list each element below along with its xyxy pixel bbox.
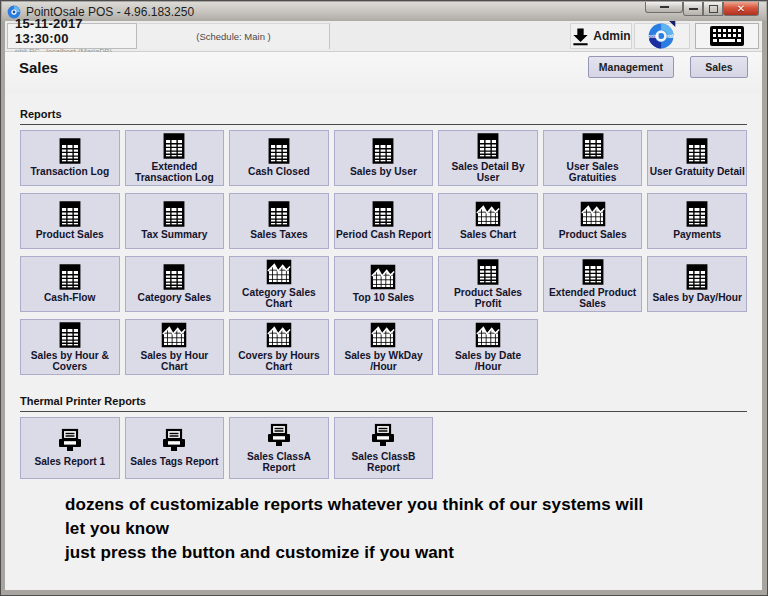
report-button[interactable]: Period Cash Report xyxy=(334,193,434,249)
report-button-label: Category Sales xyxy=(138,292,212,303)
page-header: Sales Management Sales xyxy=(5,52,762,94)
report-button[interactable]: Sales by Hour & Covers xyxy=(20,319,120,375)
report-button-label: Sales Taxes xyxy=(250,229,308,240)
report-button[interactable]: Cash-Flow xyxy=(20,256,120,312)
report-button-label: Sales by Day/Hour xyxy=(652,292,741,303)
report-button-label: Extended Product Sales xyxy=(545,287,641,310)
report-button-label: Sales Detail By User xyxy=(440,161,536,184)
report-button-label: Cash-Flow xyxy=(44,292,96,303)
table-icon xyxy=(162,264,186,290)
chart-icon xyxy=(475,322,501,348)
report-button[interactable]: User Sales Gratuities xyxy=(543,130,643,186)
thermal-report-button[interactable]: Sales Tags Report xyxy=(125,417,225,479)
report-button-label: Extended Transaction Log xyxy=(127,161,223,184)
report-button[interactable]: Cash Closed xyxy=(229,130,329,186)
table-icon xyxy=(58,322,82,348)
report-button[interactable]: Sales by Date /Hour xyxy=(438,319,538,375)
table-icon xyxy=(685,138,709,164)
report-button-label: User Gratuity Detail xyxy=(650,166,745,177)
report-button-label: Category Sales Chart xyxy=(231,287,327,310)
report-button[interactable]: Tax Summary xyxy=(125,193,225,249)
minimize-button[interactable] xyxy=(683,2,703,16)
report-button[interactable]: Category Sales Chart xyxy=(229,256,329,312)
thermal-report-button[interactable]: Sales ClassA Report xyxy=(229,417,329,479)
keyboard-icon xyxy=(709,25,745,47)
table-icon xyxy=(371,201,395,227)
report-button[interactable]: Sales by WkDay /Hour xyxy=(334,319,434,375)
svg-text:sale: sale xyxy=(667,34,676,39)
report-button[interactable]: Extended Product Sales xyxy=(543,256,643,312)
thermal-report-button[interactable]: Sales Report 1 xyxy=(20,417,120,479)
report-button[interactable]: Sales Detail By User xyxy=(438,130,538,186)
table-icon xyxy=(162,133,186,159)
report-button-label: Sales by User xyxy=(350,166,417,177)
logout-down-arrow-icon xyxy=(571,27,590,46)
report-button-label: Product Sales Profit xyxy=(440,287,536,310)
report-button[interactable]: Top 10 Sales xyxy=(334,256,434,312)
marketing-text: dozens of customizable reports whatever … xyxy=(65,493,762,565)
table-icon xyxy=(685,201,709,227)
dash-icon xyxy=(660,6,669,8)
chart-icon xyxy=(580,201,606,227)
table-icon xyxy=(581,259,605,285)
report-button[interactable]: Sales by User xyxy=(334,130,434,186)
report-button[interactable]: Sales by Hour Chart xyxy=(125,319,225,375)
admin-button[interactable]: Admin xyxy=(570,23,632,49)
report-button-label: Sales by Hour & Covers xyxy=(22,350,118,373)
table-icon xyxy=(476,133,500,159)
management-button[interactable]: Management xyxy=(588,56,674,78)
report-button[interactable]: Product Sales xyxy=(20,193,120,249)
thermal-reports-grid: Sales Report 1 Sales Tags Report Sales C… xyxy=(20,417,747,479)
report-button[interactable]: Category Sales xyxy=(125,256,225,312)
report-button[interactable]: Product Sales xyxy=(543,193,643,249)
chart-icon xyxy=(266,259,292,285)
app-window: PointOsale POS - 4.96.183.250 ✕ 15-11-20… xyxy=(0,0,768,596)
page-title: Sales xyxy=(19,59,58,76)
thermal-report-button-label: Sales ClassA Report xyxy=(231,451,327,474)
marketing-line: just press the button and customize if y… xyxy=(65,541,762,565)
reports-section-title: Reports xyxy=(20,108,62,120)
table-icon xyxy=(267,201,291,227)
table-icon xyxy=(476,259,500,285)
report-button-label: Covers by Hours Chart xyxy=(231,350,327,373)
report-button-label: Period Cash Report xyxy=(336,229,431,240)
collapse-button[interactable] xyxy=(645,2,683,13)
report-button[interactable]: Sales Taxes xyxy=(229,193,329,249)
marketing-line: let you know xyxy=(65,517,762,541)
table-icon xyxy=(162,201,186,227)
maximize-icon xyxy=(709,5,718,13)
report-button[interactable]: Sales by Day/Hour xyxy=(647,256,747,312)
keyboard-button[interactable] xyxy=(695,23,759,49)
report-button[interactable]: Extended Transaction Log xyxy=(125,130,225,186)
admin-label: Admin xyxy=(593,29,630,43)
report-button[interactable]: Covers by Hours Chart xyxy=(229,319,329,375)
report-button[interactable]: Product Sales Profit xyxy=(438,256,538,312)
report-button[interactable]: Transaction Log xyxy=(20,130,120,186)
thermal-report-button-label: Sales Report 1 xyxy=(34,456,105,467)
chart-icon xyxy=(161,322,187,348)
datetime-panel: 15-11-2017 13:30:00 phil-PC - localhost … xyxy=(7,23,137,49)
chart-icon xyxy=(370,264,396,290)
chart-icon xyxy=(370,322,396,348)
top-toolbar: 15-11-2017 13:30:00 phil-PC - localhost … xyxy=(5,21,762,52)
report-button[interactable]: Sales Chart xyxy=(438,193,538,249)
thermal-section-header: Thermal Printer Reports xyxy=(20,391,747,412)
report-button-label: Sales by WkDay /Hour xyxy=(336,350,432,373)
report-button[interactable]: User Gratuity Detail xyxy=(647,130,747,186)
chart-icon xyxy=(266,322,292,348)
schedule-panel: (Schedule: Main ) xyxy=(138,23,330,49)
table-icon xyxy=(371,138,395,164)
report-button-label: Cash Closed xyxy=(248,166,310,177)
reports-grid: Transaction Log Extended Transaction Log… xyxy=(20,130,747,375)
report-button-label: User Sales Gratuities xyxy=(545,161,641,184)
report-button-label: Sales by Hour Chart xyxy=(127,350,223,373)
thermal-report-button-label: Sales Tags Report xyxy=(130,456,218,467)
printer-icon xyxy=(56,428,84,454)
brand-logo: point sale xyxy=(634,23,690,49)
close-button[interactable]: ✕ xyxy=(723,2,759,16)
minimize-icon xyxy=(689,8,698,10)
maximize-button[interactable] xyxy=(703,2,723,16)
sales-tab-button[interactable]: Sales xyxy=(690,56,748,78)
thermal-report-button[interactable]: Sales ClassB Report xyxy=(334,417,434,479)
report-button[interactable]: Payments xyxy=(647,193,747,249)
